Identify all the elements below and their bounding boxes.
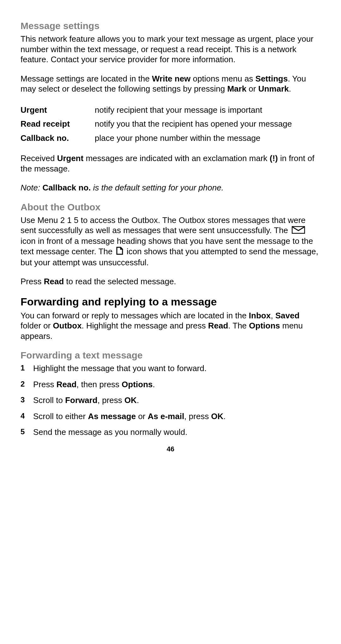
text-bold: Read [57,380,77,389]
list-item: Send the message as you normally would. [21,427,320,437]
table-row: Read receipt notify you that the recipie… [21,117,320,131]
text: . [224,412,226,421]
text: Send the message as you normally would. [33,427,188,437]
text-bold: As message [88,412,136,421]
text: Press [33,380,57,389]
heading-forwarding-text: Forwarding a text message [21,350,320,361]
text: . [289,84,291,93]
text: . Highlight the message and press [82,321,208,330]
note-prefix: Note: [21,183,42,192]
text: . [153,380,155,389]
text-bold: OK [211,412,224,421]
text: or [246,84,258,93]
manual-page: Message settings This network feature al… [0,0,341,466]
paragraph: Press Read to read the selected message. [21,276,320,287]
text-bold: Read [208,321,228,330]
text: Scroll to [33,395,65,405]
text-bold: Options [249,321,280,330]
text: Received [21,153,57,163]
text: to read the selected message. [64,277,176,286]
term: Callback no. [21,131,95,145]
table-row: Callback no. place your phone number wit… [21,131,320,145]
text-bold: Forward [65,395,98,405]
text: Highlight the message that you want to f… [33,364,206,373]
text-bold: Outbox [53,321,82,330]
text: You can forward or reply to messages whi… [21,311,249,320]
list-item: Press Read, then press Options. [21,379,320,390]
note: Note: Callback no. is the default settin… [21,183,320,193]
paragraph: This network feature allows you to mark … [21,34,320,65]
text-bold: Urgent [57,153,84,163]
text-bold: Read [44,277,64,286]
text: options menu as [191,74,255,83]
text: is the default setting for your phone. [91,183,224,192]
text: Use Menu 2 1 5 to access the Outbox. The… [21,215,306,235]
paragraph: Use Menu 2 1 5 to access the Outbox. The… [21,215,320,268]
definition: notify you that the recipient has opened… [95,117,320,131]
text: messages are indicated with an exclamati… [83,153,270,163]
text-bold: Unmark [258,84,289,93]
table-row: Urgent notify recipient that your messag… [21,103,320,117]
text: , press [98,395,124,405]
text: or [136,412,148,421]
heading-forwarding-replying: Forwarding and replying to a message [21,296,320,308]
text-bold: Mark [227,84,247,93]
term: Urgent [21,103,95,117]
text: . [137,395,139,405]
heading-about-outbox: About the Outbox [21,202,320,213]
text-bold: Inbox [249,311,271,320]
steps-list: Highlight the message that you want to f… [21,363,320,437]
text: Press [21,277,44,286]
list-item: Scroll to Forward, press OK. [21,395,320,406]
text-bold: Write new [152,74,190,83]
term: Read receipt [21,117,95,131]
settings-table: Urgent notify recipient that your messag… [21,103,320,145]
heading-message-settings: Message settings [21,21,320,31]
text-bold: Saved [275,311,300,320]
text-bold: Callback no. [42,183,91,192]
definition: notify recipient that your message is im… [95,103,320,117]
list-item: Highlight the message that you want to f… [21,363,320,374]
envelope-icon [292,226,305,236]
text: Message settings are located in the [21,74,152,83]
text-bold: Options [122,380,153,389]
text-bold: OK [124,395,137,405]
text-bold: (!) [270,153,278,163]
text: . The [228,321,249,330]
text: , [271,311,275,320]
text: , press [184,412,211,421]
text-bold: As e-mail [148,412,184,421]
list-item: Scroll to either As message or As e-mail… [21,411,320,422]
page-number: 46 [21,445,320,453]
paragraph: You can forward or reply to messages whi… [21,310,320,341]
page-icon [116,247,123,257]
text: , then press [76,380,122,389]
definition: place your phone number within the messa… [95,131,320,145]
text: folder or [21,321,53,330]
text-bold: Settings [255,74,288,83]
text: Scroll to either [33,412,88,421]
paragraph: Received Urgent messages are indicated w… [21,153,320,174]
paragraph: Message settings are located in the Writ… [21,74,320,94]
